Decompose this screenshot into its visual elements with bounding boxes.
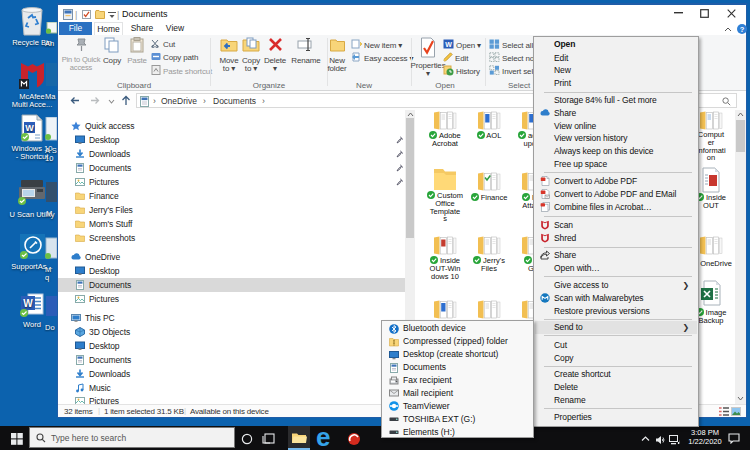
svg-text:?: ? [740, 25, 745, 34]
svg-text:W: W [445, 41, 452, 48]
svg-text:W: W [23, 298, 33, 309]
svg-text:W: W [25, 123, 34, 133]
